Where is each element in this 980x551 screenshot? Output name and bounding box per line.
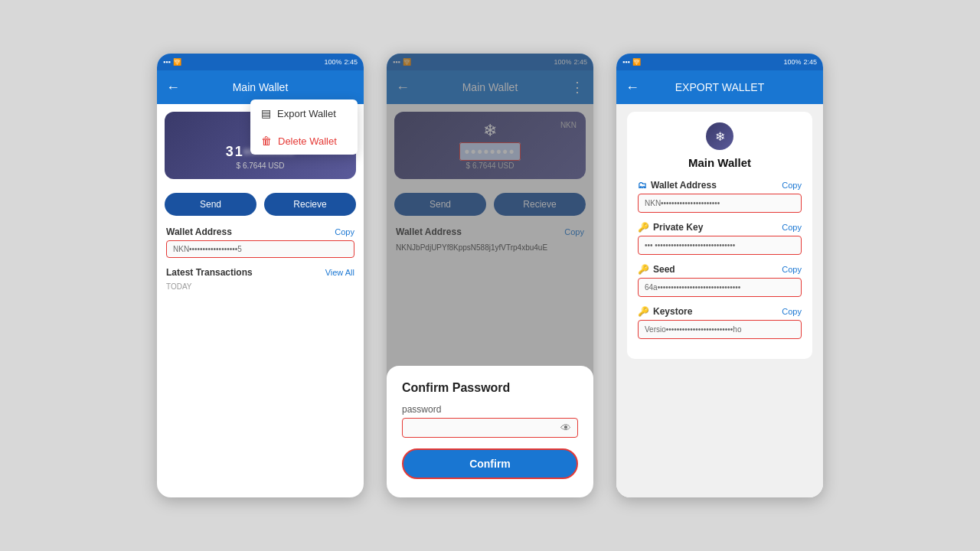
keystore-header: 🔑 Keystore Copy [638,306,802,317]
address-export-title: 🗂 Wallet Address [638,180,717,191]
export-content: ❄ Main Wallet 🗂 Wallet Address Copy NKN•… [616,104,823,497]
status-right-icons-3: 100% 2:45 [783,58,817,66]
address-copy-1[interactable]: Copy [335,227,354,236]
battery-label: 100% [324,58,341,66]
today-label-1: TODAY [166,282,354,291]
dropdown-menu-1: ▤ Export Wallet 🗑 Delete Wallet [250,99,358,155]
usd-value-1: $ 6.7644 USD [174,161,347,170]
phone-2: ▪▪▪ 🛜 100% 2:45 ← Main Wallet ⋮ ❄ NKN ••… [387,54,593,497]
transactions-section-1: Latest Transactions View All TODAY [157,262,364,295]
keystore-label: Keystore [653,306,692,317]
seed-header: 🔑 Seed Copy [638,264,802,275]
wallet-icon-row: ❄ [638,122,802,150]
key-icon-keystore: 🔑 [638,306,649,317]
password-row: 👁 [402,418,578,438]
signal-icon: ▪▪▪ [163,58,171,66]
password-label: password [402,404,578,415]
top-bar-title-1: Main Wallet [188,81,333,93]
address-header-1: Wallet Address Copy [166,227,354,237]
address-export-header: 🗂 Wallet Address Copy [638,180,802,191]
keystore-field: Versio•••••••••••••••••••••••••ho [638,320,802,339]
top-bar-3: ← EXPORT WALLET [616,70,823,104]
eye-icon[interactable]: 👁 [560,422,571,434]
action-buttons-1: Send Recieve [157,193,364,216]
wifi-icon: 🛜 [173,58,181,66]
status-bar-1: ▪▪▪ 🛜 100% 2:45 [157,54,364,70]
export-wallet-item[interactable]: ▤ Export Wallet [250,99,358,127]
wallet-icon-circle: ❄ [706,122,733,150]
view-all-1[interactable]: View All [325,268,354,277]
export-label: Export Wallet [277,108,336,119]
address-label-1: Wallet Address [166,227,232,237]
seed-field: 64a••••••••••••••••••••••••••••••• [638,278,802,297]
seed-label: Seed [653,264,675,275]
private-key-copy[interactable]: Copy [782,223,802,232]
transactions-label-1: Latest Transactions [166,267,253,278]
delete-label: Delete Wallet [278,135,337,147]
wallet-address-section-1: Wallet Address Copy NKN•••••••••••••••••… [157,222,364,262]
wallet-small-icon: 🗂 [638,180,647,191]
send-button-1[interactable]: Send [165,193,256,216]
seed-title: 🔑 Seed [638,264,675,275]
export-icon: ▤ [261,107,271,119]
overlay-2: Confirm Password password 👁 Confirm [387,54,593,497]
confirm-dialog: Confirm Password password 👁 Confirm [387,366,593,497]
time-label-3: 2:45 [803,58,817,66]
confirm-dialog-title: Confirm Password [402,381,578,395]
private-key-field: ••• •••••••••••••••••••••••••••••• [638,236,802,255]
status-right-icons: 100% 2:45 [324,58,358,66]
wifi-icon-3: 🛜 [632,58,641,66]
keystore-section: 🔑 Keystore Copy Versio••••••••••••••••••… [638,306,802,339]
key-icon-private: 🔑 [638,222,649,233]
key-icon-seed: 🔑 [638,264,649,275]
address-export-field: NKN•••••••••••••••••••••• [638,194,802,213]
export-card: ❄ Main Wallet 🗂 Wallet Address Copy NKN•… [627,112,812,359]
signal-icon-3: ▪▪▪ [622,58,630,66]
back-arrow-1[interactable]: ← [166,80,180,96]
phone-3: ▪▪▪ 🛜 100% 2:45 ← EXPORT WALLET ❄ Main W… [616,54,823,497]
private-key-section: 🔑 Private Key Copy ••• •••••••••••••••••… [638,222,802,255]
status-bar-3: ▪▪▪ 🛜 100% 2:45 [616,54,823,70]
private-key-header: 🔑 Private Key Copy [638,222,802,233]
top-bar-title-3: EXPORT WALLET [647,81,792,93]
export-wallet-name: Main Wallet [638,156,802,169]
confirm-button[interactable]: Confirm [402,448,578,479]
keystore-title: 🔑 Keystore [638,306,692,317]
address-export-copy[interactable]: Copy [782,181,802,190]
private-key-title: 🔑 Private Key [638,222,703,233]
transactions-header-1: Latest Transactions View All [166,267,354,278]
seed-section: 🔑 Seed Copy 64a•••••••••••••••••••••••••… [638,264,802,297]
seed-copy[interactable]: Copy [782,265,802,274]
battery-label-3: 100% [783,58,801,66]
wallet-address-section-3: 🗂 Wallet Address Copy NKN•••••••••••••••… [638,180,802,213]
delete-icon: 🗑 [261,135,272,147]
status-left-icons: ▪▪▪ 🛜 [163,58,181,66]
time-label: 2:45 [344,58,358,66]
private-key-label: Private Key [653,222,703,233]
delete-wallet-item[interactable]: 🗑 Delete Wallet [250,127,358,155]
receive-button-1[interactable]: Recieve [264,193,356,216]
phone-1: ▪▪▪ 🛜 100% 2:45 ← Main Wallet ❄ NKN 31••… [157,54,364,497]
password-input[interactable] [409,422,560,433]
back-arrow-3[interactable]: ← [626,80,639,96]
keystore-copy[interactable]: Copy [782,307,802,316]
address-export-label: Wallet Address [651,180,717,191]
status-left-icons-3: ▪▪▪ 🛜 [622,58,641,66]
address-box-1: NKN••••••••••••••••••5 [166,240,354,258]
